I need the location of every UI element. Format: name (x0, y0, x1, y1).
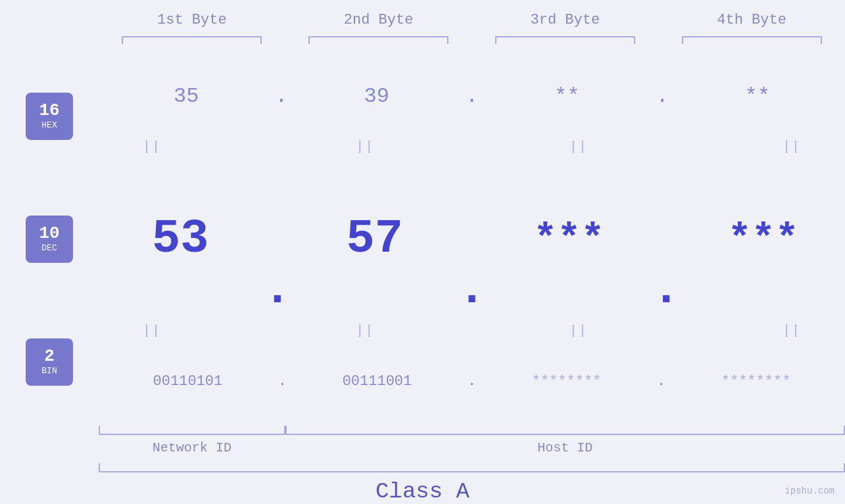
sep2-cell-1: || (99, 323, 205, 338)
bin-badge-number: 2 (44, 348, 55, 365)
host-bracket (285, 426, 845, 435)
bin-row: 00110101 . 00111001 . ******** . *******… (99, 340, 845, 423)
bin-b3-value: ******** (532, 373, 602, 390)
sep2-cell-2: || (312, 323, 418, 338)
dec-b3-value: *** (533, 217, 604, 262)
bin-b4-cell: ******** (667, 373, 845, 390)
hex-b2-cell: 39 (289, 84, 464, 108)
host-id-label: Host ID (285, 440, 845, 455)
hex-dot-1: . (274, 84, 289, 108)
bin-dot-1: . (277, 373, 288, 390)
bin-dot-2: . (466, 373, 477, 390)
bottom-section: Network ID Host ID (0, 426, 845, 455)
hex-badge-label: HEX (41, 120, 57, 130)
dec-row: 53 . 57 . *** . *** (99, 156, 845, 322)
bin-dot-3: . (656, 373, 667, 390)
dec-b4-cell: *** (682, 217, 845, 262)
byte-headers-row: 1st Byte 2nd Byte 3rd Byte 4th Byte (0, 12, 845, 28)
hex-b1-cell: 35 (99, 84, 274, 108)
bin-b2-value: 00111001 (343, 373, 412, 390)
sep2-cell-3: || (525, 323, 632, 338)
watermark: ipshu.com (785, 486, 834, 496)
main-content-area: 16 HEX 10 DEC 2 BIN 35 . 39 (0, 55, 845, 423)
bottom-brackets (99, 426, 845, 435)
bracket-line-1 (122, 36, 262, 44)
network-bracket (99, 426, 285, 435)
sep2-cell-4: || (738, 323, 845, 338)
bin-badge-label: BIN (41, 366, 57, 376)
bin-b1-cell: 00110101 (99, 373, 277, 390)
bin-b4-value: ******** (721, 373, 791, 390)
hex-b3-cell: ** (479, 84, 654, 108)
hex-row: 35 . 39 . ** . ** (99, 55, 845, 137)
hex-b4-value: ** (745, 84, 770, 108)
bottom-labels: Network ID Host ID (99, 440, 845, 455)
bracket-line-4 (682, 36, 822, 44)
dec-b3-cell: *** (487, 217, 650, 262)
badges-column: 16 HEX 10 DEC 2 BIN (0, 55, 99, 423)
bin-b1-value: 00110101 (153, 373, 223, 390)
bracket-cell-2 (285, 31, 472, 49)
bracket-cell-4 (658, 31, 845, 49)
dec-b1-value: 53 (152, 212, 208, 266)
hex-b1-value: 35 (174, 84, 199, 108)
bracket-line-2 (308, 36, 448, 44)
dec-b1-cell: 53 (99, 212, 262, 266)
bin-b2-cell: 00111001 (288, 373, 466, 390)
hex-badge: 16 HEX (26, 93, 73, 140)
bin-b3-cell: ******** (477, 373, 656, 390)
sep-cell-4: || (738, 139, 845, 154)
class-bracket (99, 463, 845, 472)
hex-b3-value: ** (554, 84, 579, 108)
byte3-header: 3rd Byte (472, 12, 659, 28)
dec-badge-label: DEC (41, 243, 57, 253)
values-grid: 35 . 39 . ** . ** || || (99, 55, 845, 423)
dec-dot-2: . (456, 263, 487, 317)
byte2-header: 2nd Byte (285, 12, 472, 28)
dec-dot-1: . (262, 263, 293, 317)
main-container: 1st Byte 2nd Byte 3rd Byte 4th Byte 16 H… (0, 0, 845, 504)
hex-dot-2: . (464, 84, 479, 108)
dec-dot-3: . (650, 263, 681, 317)
sep-dec-bin: || || || || (99, 322, 845, 340)
dec-b2-cell: 57 (293, 212, 456, 266)
hex-b2-value: 39 (364, 84, 389, 108)
sep-hex-dec: || || || || (99, 137, 845, 156)
sep-cell-3: || (525, 139, 632, 154)
byte4-header: 4th Byte (658, 12, 845, 28)
bracket-cell-3 (472, 31, 659, 49)
byte1-header: 1st Byte (99, 12, 285, 28)
hex-badge-number: 16 (39, 102, 59, 119)
dec-badge-number: 10 (39, 225, 59, 242)
dec-badge: 10 DEC (26, 216, 73, 263)
network-id-label: Network ID (99, 440, 285, 455)
top-brackets-row (0, 31, 845, 49)
bin-badge: 2 BIN (26, 338, 73, 386)
sep-cell-1: || (99, 139, 205, 154)
sep-cell-2: || (312, 139, 418, 154)
hex-dot-3: . (654, 84, 669, 108)
hex-b4-cell: ** (670, 84, 845, 108)
dec-b2-value: 57 (347, 212, 403, 266)
bracket-line-3 (495, 36, 635, 44)
class-label: Class A (0, 479, 845, 504)
bracket-cell-1 (99, 31, 285, 49)
dec-b4-value: *** (728, 217, 799, 262)
